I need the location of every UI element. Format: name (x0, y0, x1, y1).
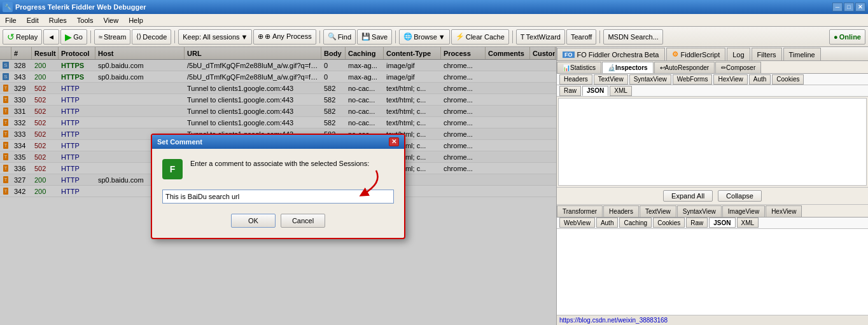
find-button[interactable]: 🔍 Find (323, 29, 356, 45)
go-button[interactable]: ▶ Go (60, 29, 87, 45)
sep3 (319, 31, 320, 43)
bsubtab-auth[interactable]: Auth (596, 218, 619, 228)
inspectors-icon: 🔬 (608, 64, 615, 71)
save-button[interactable]: 💾 Save (357, 29, 392, 45)
bottom-inspector-content (557, 229, 868, 315)
go-icon: ▶ (65, 32, 72, 42)
bsubtab-webview[interactable]: WebView (559, 218, 595, 228)
stream-icon: ≈ (99, 33, 102, 41)
close-btn[interactable]: ✕ (855, 3, 865, 11)
top-inspector-content (558, 98, 867, 186)
menu-file[interactable]: File (3, 16, 19, 25)
tab-inspectors[interactable]: 🔬 Inspectors (602, 62, 654, 73)
decode-icon: ⟨⟩ (136, 32, 141, 41)
btab-imageview[interactable]: ImageView (722, 205, 765, 217)
statistics-icon: 📊 (563, 64, 570, 71)
bsubtab-json[interactable]: JSON (709, 218, 735, 228)
sep4 (395, 31, 396, 43)
minimize-btn[interactable]: ─ (832, 3, 843, 11)
subtab-hexview[interactable]: HexView (713, 74, 747, 85)
keep-dropdown[interactable]: Keep: All sessions ▼ (178, 29, 252, 45)
subtab-headers[interactable]: Headers (559, 74, 592, 85)
tearoff-button[interactable]: Tearoff (566, 29, 596, 45)
dialog-cancel-button[interactable]: Cancel (281, 214, 325, 228)
fiddlerscript-icon: ⚙ (672, 50, 678, 59)
bsubtab-caching[interactable]: Caching (619, 218, 652, 228)
set-comment-dialog: Set Comment ✕ F Enter a comment to assoc… (151, 134, 405, 239)
decode-button[interactable]: ⟨⟩ Decode (132, 29, 171, 45)
composer-icon: ✏ (721, 64, 726, 71)
btab-headers[interactable]: Headers (603, 205, 639, 217)
top-subtabs-row2: Raw JSON XML (557, 85, 868, 97)
dialog-title-bar: Set Comment ✕ (152, 135, 404, 149)
subtab-cookies[interactable]: Cookies (772, 74, 804, 85)
expand-bar: Expand All Collapse (557, 187, 868, 205)
collapse-button[interactable]: Collapse (718, 190, 762, 202)
menu-bar: File Edit Rules Tools View Help (0, 14, 868, 27)
dialog-close-btn[interactable]: ✕ (389, 137, 399, 146)
subtab-auth[interactable]: Auth (749, 74, 771, 85)
dialog-buttons: OK Cancel (162, 214, 394, 228)
dialog-ok-button[interactable]: OK (231, 214, 276, 228)
btab-hexview[interactable]: HexView (766, 205, 802, 217)
maximize-btn[interactable]: □ (844, 3, 854, 11)
tab-filters[interactable]: Filters (752, 48, 782, 60)
inspector-tabs: 📊 Statistics 🔬 Inspectors ↩ AutoResponde… (557, 61, 868, 74)
tab-timeline[interactable]: Timeline (783, 48, 821, 60)
tab-statistics[interactable]: 📊 Statistics (557, 62, 601, 73)
tab-fiddlerscript[interactable]: ⚙ FiddlerScript (666, 48, 726, 60)
text-wizard-icon: T (521, 33, 525, 41)
dialog-title: Set Comment (157, 138, 202, 146)
bsubtab-cookies[interactable]: Cookies (653, 218, 685, 228)
process-icon: ⊕ (258, 32, 263, 41)
msdn-search[interactable]: MSDN Search... (603, 29, 662, 45)
stream-button[interactable]: ≈ Stream (94, 29, 131, 45)
clear-cache-icon: ⚡ (456, 32, 465, 41)
subtab-webforms[interactable]: WebForms (673, 74, 713, 85)
modal-overlay: Set Comment ✕ F Enter a comment to assoc… (0, 47, 556, 325)
replay-button[interactable]: ↺ Replay (3, 29, 42, 45)
tab-composer[interactable]: ✏ Composer (715, 62, 761, 73)
status-bar: https://blog.csdn.net/weixin_38883168 (557, 315, 868, 325)
sep2 (174, 31, 175, 43)
browse-button[interactable]: 🌐 Browse ▼ (399, 29, 450, 45)
subtab-json[interactable]: JSON (582, 86, 608, 96)
app-title: Progress Telerik Fiddler Web Debugger (15, 3, 832, 11)
online-button[interactable]: ● Online (829, 29, 865, 45)
process-button[interactable]: ⊕ ⊕ Any Process (253, 29, 316, 45)
menu-help[interactable]: Help (126, 16, 146, 25)
btab-syntaxview[interactable]: SyntaxView (677, 205, 722, 217)
text-wizard-button[interactable]: T TextWizard (516, 29, 565, 45)
expand-all-button[interactable]: Expand All (663, 190, 713, 202)
btab-transformer[interactable]: Transformer (557, 205, 603, 217)
tab-fiddler-orchestra[interactable]: FO FO Fiddler Orchestra Beta (557, 48, 665, 60)
subtab-textview[interactable]: TextView (594, 74, 628, 85)
menu-edit[interactable]: Edit (24, 16, 41, 25)
find-icon: 🔍 (328, 32, 337, 41)
clear-cache-button[interactable]: ⚡ Clear Cache (451, 29, 509, 45)
dialog-icon: F (162, 159, 183, 179)
comment-input[interactable] (162, 190, 394, 204)
subtab-syntaxview[interactable]: SyntaxView (629, 74, 671, 85)
right-panel: FO FO Fiddler Orchestra Beta ⚙ FiddlerSc… (557, 47, 868, 325)
tab-log[interactable]: Log (727, 48, 750, 60)
tab-autoresponder[interactable]: ↩ AutoResponder (654, 62, 715, 73)
dialog-body: F Enter a comment to associate with the … (152, 149, 404, 238)
subtab-xml[interactable]: XML (610, 86, 632, 96)
sep1 (90, 31, 91, 43)
menu-view[interactable]: View (101, 16, 122, 25)
bsubtab-xml[interactable]: XML (737, 218, 759, 228)
subtab-raw[interactable]: Raw (559, 86, 581, 96)
bsubtab-raw[interactable]: Raw (686, 218, 708, 228)
online-icon: ● (834, 33, 838, 41)
title-bar: 🔧 Progress Telerik Fiddler Web Debugger … (0, 0, 868, 14)
window-controls: ─ □ ✕ (832, 3, 865, 11)
dialog-prompt-area: F Enter a comment to associate with the … (162, 159, 394, 179)
back-button[interactable]: ◄ (43, 29, 59, 45)
dialog-input-row (162, 190, 394, 204)
btab-textview[interactable]: TextView (640, 205, 676, 217)
top-subtabs-row1: Headers TextView SyntaxView WebForms Hex… (557, 74, 868, 85)
menu-tools[interactable]: Tools (74, 16, 96, 25)
menu-rules[interactable]: Rules (46, 16, 69, 25)
main-layout: # Result Protocol Host URL Body Caching … (0, 47, 868, 325)
